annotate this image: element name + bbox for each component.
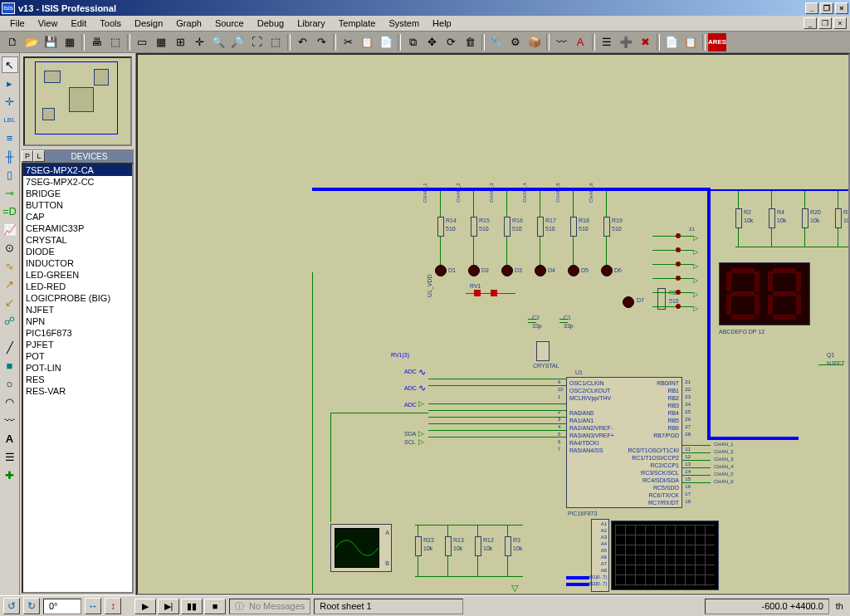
menu-graph[interactable]: Graph (169, 17, 208, 30)
doc-minimize-button[interactable]: _ (804, 17, 817, 29)
device-item[interactable]: NJFET (23, 304, 132, 315)
toggle-prop-icon[interactable]: ☰ (598, 33, 616, 51)
terminal-icon[interactable]: ▷ (418, 429, 424, 438)
block-copy-icon[interactable]: ⧉ (403, 33, 422, 51)
device-item[interactable]: NPN (23, 315, 132, 327)
marker-icon[interactable]: ✚ (2, 467, 18, 483)
grid-square-icon[interactable]: ▦ (152, 33, 170, 51)
flip-h-icon[interactable]: ↔ (85, 598, 101, 614)
text-tool-icon[interactable]: A (571, 33, 589, 51)
arc-icon[interactable]: ◠ (2, 394, 18, 410)
device-item[interactable]: PIC16F873 (23, 327, 132, 339)
symbol-icon[interactable]: ☰ (2, 448, 18, 465)
region-icon[interactable]: ▦ (61, 33, 79, 51)
zoom-out-icon[interactable]: 🔎 (228, 33, 247, 51)
device-item[interactable]: POT-LIN (23, 362, 132, 374)
resistor[interactable] (445, 536, 452, 556)
menu-file[interactable]: File (3, 17, 32, 30)
rotate-cw-icon[interactable]: ↻ (23, 598, 40, 614)
pic-chip[interactable]: OSC1/CLKIN9OSC2/CLKOUT10MCLR/Vpp/THV1RA0… (566, 377, 682, 508)
logic-analyzer[interactable] (611, 521, 719, 590)
led[interactable] (601, 265, 613, 276)
terminal-icon[interactable]: ▷ (418, 399, 424, 408)
menu-design[interactable]: Design (128, 17, 169, 30)
oscilloscope[interactable]: A B (330, 524, 392, 572)
device-item[interactable]: 7SEG-MPX2-CA (23, 164, 132, 176)
bus-icon[interactable]: ╫ (2, 148, 18, 164)
zoom-all-icon[interactable]: ⛶ (247, 33, 266, 51)
graph-icon[interactable]: 📈 (2, 221, 18, 237)
resistor[interactable] (505, 536, 511, 556)
center-icon[interactable]: ✛ (190, 33, 208, 51)
menu-system[interactable]: System (382, 17, 426, 30)
paste-icon[interactable]: 📄 (377, 33, 395, 51)
bom-icon[interactable]: 📋 (681, 33, 700, 51)
menu-template[interactable]: Template (332, 17, 383, 30)
rotate-ccw-icon[interactable]: ↺ (3, 598, 20, 614)
led[interactable] (435, 265, 447, 276)
resistor[interactable] (415, 536, 422, 556)
terminal-icon[interactable]: ▷ (418, 438, 424, 446)
led[interactable] (568, 265, 579, 276)
angle-field[interactable] (43, 599, 81, 614)
device-item[interactable]: POT (23, 350, 132, 362)
device-item[interactable]: PJFET (23, 339, 132, 350)
led[interactable] (535, 265, 546, 276)
bus-terminal[interactable] (566, 576, 589, 579)
subcircuit-icon[interactable]: ▯ (2, 166, 18, 183)
device-pin-icon[interactable]: =D (2, 203, 18, 219)
ares-icon[interactable]: ARES (708, 33, 726, 51)
device-item[interactable]: LED-RED (23, 281, 132, 292)
resistor[interactable] (735, 208, 742, 228)
gen-sine-icon[interactable]: ∿ (418, 383, 426, 394)
terminal-icon[interactable]: ⊸ (2, 184, 18, 201)
menu-library[interactable]: Library (291, 17, 332, 30)
minimize-button[interactable]: _ (805, 2, 818, 14)
junction-icon[interactable]: ✛ (2, 93, 18, 110)
led-d7[interactable] (623, 296, 634, 308)
current-probe-icon[interactable]: ↙ (2, 294, 18, 310)
resistor[interactable] (537, 217, 544, 237)
copy-icon[interactable]: 📋 (358, 33, 376, 51)
generator-icon[interactable]: ∿ (2, 257, 18, 274)
maximize-button[interactable]: ❐ (820, 2, 833, 14)
close-button[interactable]: × (835, 2, 848, 14)
bus-wire[interactable] (707, 188, 711, 437)
block-rotate-icon[interactable]: ⟳ (442, 33, 460, 51)
voltage-probe-icon[interactable]: ↗ (2, 276, 18, 292)
resistor[interactable] (504, 217, 510, 237)
virtual-inst-icon[interactable]: ☍ (2, 312, 18, 329)
device-item[interactable]: LED-GREEN (23, 269, 132, 281)
doc-restore-button[interactable]: ❐ (818, 17, 832, 29)
grid-small-icon[interactable]: ⊞ (171, 33, 189, 51)
device-item[interactable]: CRYSTAL (23, 234, 132, 246)
resistor[interactable] (802, 208, 808, 228)
line-icon[interactable]: ╱ (2, 339, 18, 355)
preview-window[interactable] (23, 56, 132, 146)
circle-icon[interactable]: ○ (2, 375, 18, 392)
resistor[interactable] (835, 208, 842, 228)
seven-segment-display[interactable] (719, 262, 810, 325)
text-icon[interactable]: A (2, 430, 18, 447)
gen-sine-icon[interactable]: ∿ (418, 367, 426, 378)
save-file-icon[interactable]: 💾 (42, 33, 60, 51)
logic-pin-block[interactable]: A1A2A3A4A5A6A7A8B1[0..7]B2[0..7] (591, 519, 609, 592)
text-script-icon[interactable]: ≡ (2, 130, 18, 146)
resistor[interactable] (471, 217, 477, 237)
menu-debug[interactable]: Debug (251, 17, 291, 30)
menu-edit[interactable]: Edit (64, 17, 93, 30)
devices-list[interactable]: 7SEG-MPX2-CA7SEG-MPX2-CCBRIDGEBUTTONCAPC… (22, 163, 134, 594)
zoom-area-icon[interactable]: ⬚ (266, 33, 285, 51)
area-icon[interactable]: ⬚ (106, 33, 125, 51)
bus-wire[interactable] (707, 437, 799, 440)
print-icon[interactable]: 🖶 (87, 33, 105, 51)
block-move-icon[interactable]: ✥ (423, 33, 441, 51)
crystal[interactable] (536, 341, 550, 361)
resistor[interactable] (603, 217, 610, 237)
device-item[interactable]: BRIDGE (23, 188, 132, 199)
resistor[interactable] (570, 217, 577, 237)
led[interactable] (468, 265, 480, 276)
new-file-icon[interactable]: 🗋 (3, 33, 22, 51)
device-item[interactable]: CAP (23, 211, 132, 222)
device-item[interactable]: BUTTON (23, 199, 132, 211)
